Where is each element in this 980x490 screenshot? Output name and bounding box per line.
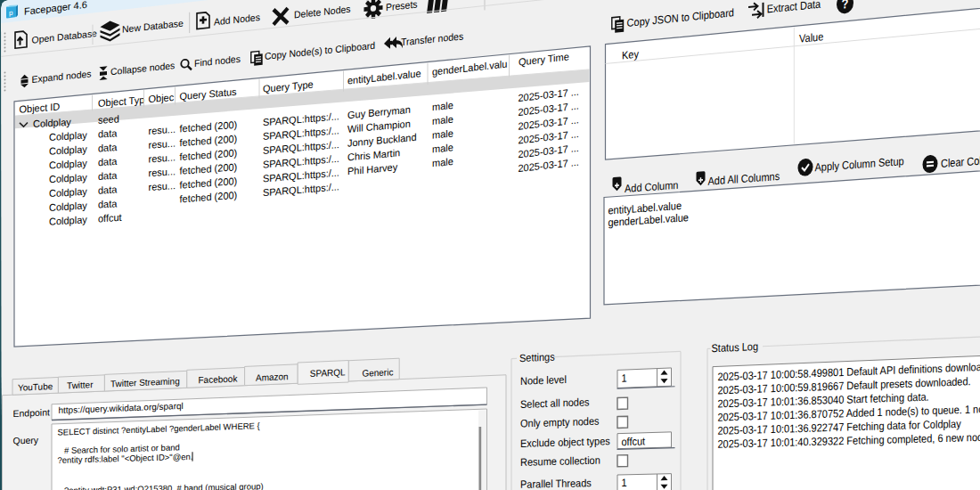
svg-text:male: male [432, 156, 453, 169]
svg-text:Status Log: Status Log [712, 339, 759, 354]
svg-text:Coldplay: Coldplay [49, 129, 87, 143]
svg-text:Amazon: Amazon [256, 372, 289, 383]
svg-text:?: ? [842, 0, 849, 12]
svg-text:Coldplay: Coldplay [49, 200, 87, 213]
svg-text:male: male [432, 127, 453, 141]
svg-text:Settings: Settings [519, 351, 555, 363]
svg-text:Objec: Objec [149, 92, 175, 105]
svg-text:resu...: resu... [149, 124, 176, 136]
svg-text:data: data [98, 127, 118, 140]
svg-text:Coldplay: Coldplay [49, 143, 87, 157]
svg-text:data: data [98, 156, 118, 168]
svg-text:seed: seed [98, 113, 119, 126]
svg-text:male: male [432, 113, 453, 127]
svg-text:p: p [9, 9, 13, 18]
svg-text:Endpoint: Endpoint [13, 406, 50, 419]
svg-text:data: data [98, 184, 118, 196]
svg-text:Coldplay: Coldplay [49, 172, 87, 185]
svg-text:Coldplay: Coldplay [49, 158, 87, 171]
svg-text:Select all nodes: Select all nodes [520, 396, 590, 410]
svg-text:Generic: Generic [362, 367, 393, 379]
svg-text:data: data [98, 198, 118, 210]
svg-text:Key: Key [622, 47, 639, 61]
svg-text:data: data [98, 169, 118, 182]
svg-text:YouTube: YouTube [18, 381, 53, 393]
svg-text:Coldplay: Coldplay [33, 117, 71, 130]
svg-text:resu...: resu... [149, 137, 176, 150]
svg-text:resu...: resu... [149, 180, 176, 192]
svg-text:data: data [98, 142, 118, 154]
svg-text:Value: Value [799, 30, 824, 46]
svg-text:Facebook: Facebook [199, 373, 239, 385]
svg-text:resu...: resu... [149, 151, 176, 164]
svg-text:Coldplay: Coldplay [49, 214, 87, 227]
svg-text:Twitter: Twitter [67, 380, 94, 390]
svg-text:Node level: Node level [520, 373, 567, 387]
svg-text:offcut: offcut [622, 435, 646, 447]
svg-text:1: 1 [622, 372, 627, 384]
svg-text:offcut: offcut [98, 212, 123, 225]
svg-text:Coldplay: Coldplay [49, 185, 87, 199]
svg-text:resu...: resu... [149, 166, 176, 178]
svg-text:SPARQL: SPARQL [310, 367, 346, 379]
svg-text:Parallel Threads: Parallel Threads [520, 478, 592, 490]
svg-text:male: male [432, 100, 453, 113]
svg-text:Resume collection: Resume collection [520, 454, 600, 468]
svg-text:1: 1 [622, 476, 627, 488]
svg-text:male: male [432, 142, 453, 155]
svg-text:Query: Query [13, 435, 39, 446]
